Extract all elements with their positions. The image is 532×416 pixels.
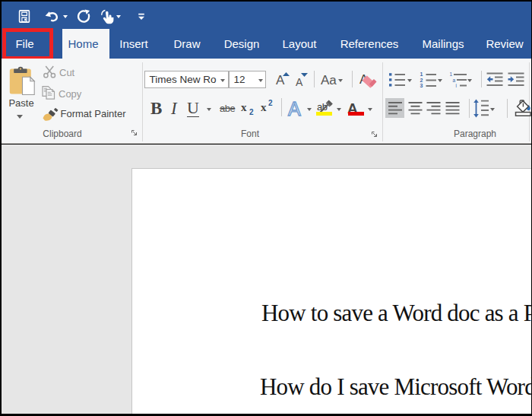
svg-text:3: 3: [420, 83, 423, 88]
svg-text:1: 1: [420, 71, 423, 77]
svg-text:1: 1: [450, 71, 453, 77]
svg-text:2: 2: [420, 78, 423, 83]
svg-text:i: i: [456, 83, 457, 88]
svg-text:a: a: [453, 78, 456, 83]
